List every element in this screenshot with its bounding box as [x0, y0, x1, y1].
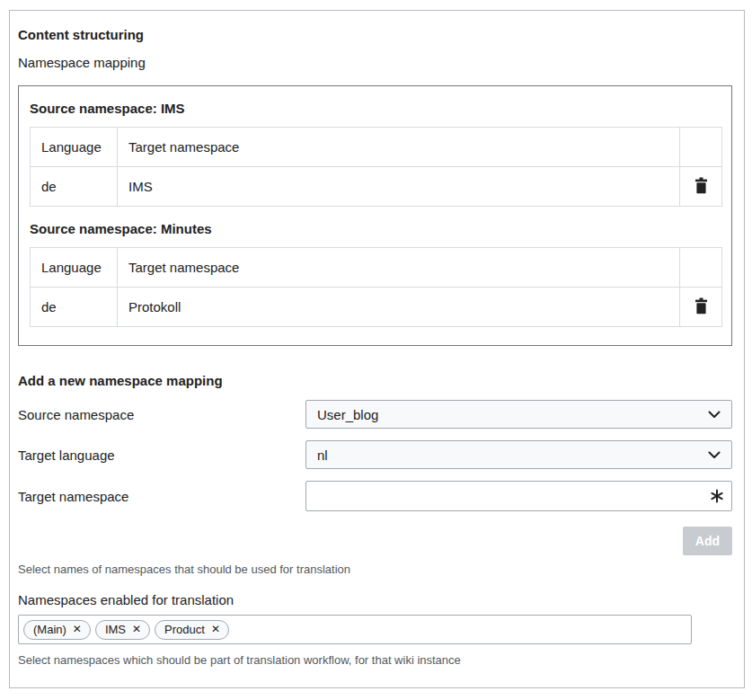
panel-title: Content structuring	[18, 27, 732, 42]
target-language-select[interactable]: nl	[305, 440, 732, 469]
language-column-header: Language	[31, 128, 118, 167]
delete-mapping-button[interactable]	[690, 176, 712, 198]
action-column-header	[680, 128, 722, 167]
chevron-down-icon	[708, 451, 721, 459]
tag-main: (Main) ✕	[23, 620, 91, 640]
target-namespace-row: Target namespace	[18, 481, 732, 511]
source-namespace-select[interactable]: User_blog	[305, 400, 732, 429]
remove-tag-icon[interactable]: ✕	[73, 624, 82, 634]
target-language-row: Target language nl	[18, 440, 732, 469]
delete-mapping-button[interactable]	[690, 297, 712, 318]
namespaces-enabled-label: Namespaces enabled for translation	[18, 592, 732, 607]
language-column-header: Language	[31, 248, 118, 288]
namespaces-tag-input[interactable]: (Main) ✕ IMS ✕ Product ✕	[18, 615, 692, 644]
target-language-label: Target language	[18, 447, 115, 463]
table-header-row: Language Target namespace	[31, 128, 722, 167]
table-row: de Protokoll	[31, 288, 722, 327]
add-mapping-heading: Add a new namespace mapping	[18, 373, 732, 388]
target-namespace-column-header: Target namespace	[118, 128, 680, 167]
required-asterisk-icon	[710, 489, 724, 503]
trash-icon	[694, 297, 709, 317]
target-language-selected-value: nl	[317, 447, 328, 463]
target-namespace-column-header: Target namespace	[118, 248, 680, 288]
source-namespace-selected-value: User_blog	[317, 407, 378, 422]
source-namespace-minutes-heading: Source namespace: Minutes	[30, 221, 722, 236]
source-namespace-ims-heading: Source namespace: IMS	[30, 101, 722, 116]
remove-tag-icon[interactable]: ✕	[132, 624, 141, 634]
table-header-row: Language Target namespace	[31, 248, 722, 288]
tag-label: (Main)	[33, 623, 66, 636]
language-cell: de	[31, 167, 118, 207]
source-namespace-label: Source namespace	[18, 407, 134, 422]
add-button-row: Add	[18, 527, 732, 555]
action-cell	[680, 167, 722, 207]
table-row: de IMS	[31, 167, 722, 207]
target-namespace-input[interactable]	[305, 481, 732, 511]
tag-label: IMS	[105, 623, 126, 636]
translation-help-bottom: Select namespaces which should be part o…	[18, 653, 732, 667]
action-column-header	[680, 248, 722, 288]
tag-product: Product ✕	[155, 620, 229, 640]
tag-ims: IMS ✕	[95, 620, 150, 640]
translation-help-top: Select names of namespaces that should b…	[18, 563, 732, 576]
namespace-mapping-label: Namespace mapping	[18, 55, 732, 70]
action-cell	[680, 288, 722, 327]
content-structuring-panel: Content structuring Namespace mapping So…	[9, 10, 745, 688]
ims-mapping-table: Language Target namespace de IMS	[30, 127, 722, 207]
language-cell: de	[31, 288, 118, 327]
add-button[interactable]: Add	[683, 527, 732, 555]
target-namespace-cell: IMS	[118, 167, 680, 207]
tag-label: Product	[164, 623, 205, 636]
namespace-mapping-box: Source namespace: IMS Language Target na…	[18, 85, 732, 346]
trash-icon	[694, 177, 709, 197]
remove-tag-icon[interactable]: ✕	[211, 624, 220, 634]
source-namespace-row: Source namespace User_blog	[18, 400, 732, 429]
target-namespace-cell: Protokoll	[118, 288, 680, 327]
chevron-down-icon	[708, 411, 721, 419]
target-namespace-label: Target namespace	[18, 489, 128, 504]
minutes-mapping-table: Language Target namespace de Protokoll	[30, 247, 722, 327]
